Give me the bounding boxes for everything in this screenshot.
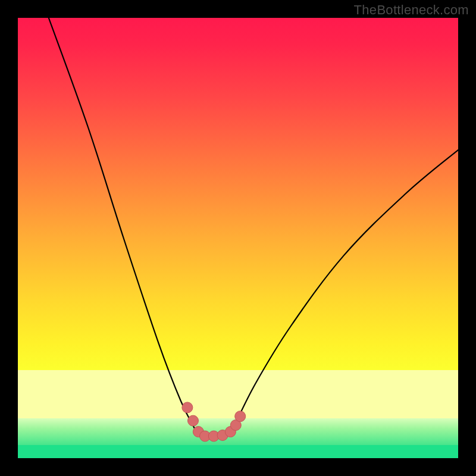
plot-area	[18, 18, 458, 458]
curve-layer	[18, 18, 458, 458]
valley-marker-group	[182, 402, 246, 441]
valley-marker	[182, 402, 193, 413]
bottleneck-curve	[49, 18, 458, 437]
curve-right-branch	[234, 150, 458, 427]
watermark-label: TheBottleneck.com	[354, 2, 469, 18]
valley-marker	[188, 415, 199, 426]
valley-marker	[235, 411, 246, 422]
chart-frame: TheBottleneck.com	[0, 0, 476, 476]
curve-left-branch	[49, 18, 194, 427]
